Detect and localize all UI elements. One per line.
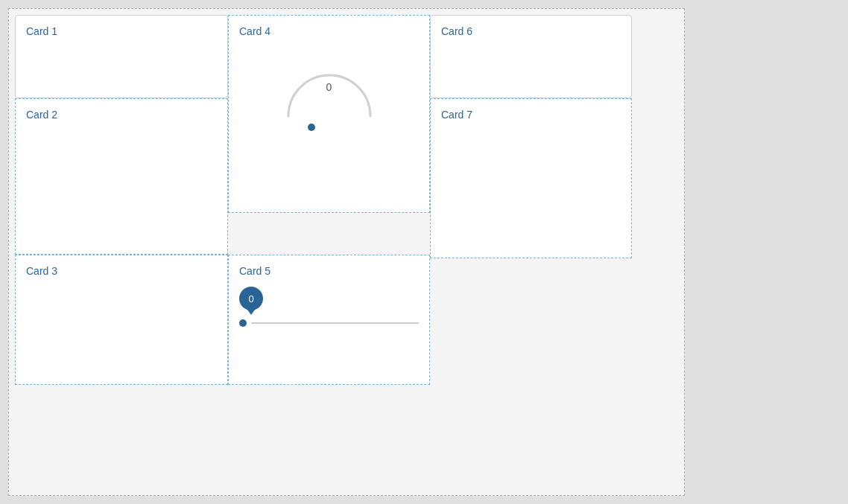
card-4-title: Card 4 — [239, 25, 270, 37]
card-1-title: Card 1 — [26, 25, 57, 37]
card-5: Card 5 0 — [228, 255, 430, 385]
card-1: Card 1 — [15, 15, 228, 98]
slider-widget: 0 — [239, 287, 419, 327]
card-grid: Card 1 Card 4 0 Card 6 Card 2 Card 7 — [9, 9, 684, 391]
gauge-dot — [308, 124, 315, 131]
card-7-title: Card 7 — [441, 109, 472, 121]
gauge-widget: 0 — [239, 53, 419, 131]
gauge-value: 0 — [326, 81, 332, 93]
slider-badge: 0 — [239, 287, 263, 310]
card-2: Card 2 — [15, 98, 228, 255]
card-3: Card 3 — [15, 255, 228, 385]
card-6: Card 6 — [430, 15, 632, 98]
slider-track[interactable] — [251, 322, 419, 324]
card-6-title: Card 6 — [441, 25, 472, 37]
card-4: Card 4 0 — [228, 15, 430, 213]
card-3-title: Card 3 — [26, 265, 57, 277]
card-2-title: Card 2 — [26, 109, 57, 121]
card-5-title: Card 5 — [239, 265, 270, 277]
slider-dot — [239, 319, 247, 327]
card-7: Card 7 — [430, 98, 632, 258]
slider-track-row — [239, 319, 419, 327]
main-scroll-container[interactable]: Card 1 Card 4 0 Card 6 Card 2 Card 7 — [8, 8, 685, 496]
